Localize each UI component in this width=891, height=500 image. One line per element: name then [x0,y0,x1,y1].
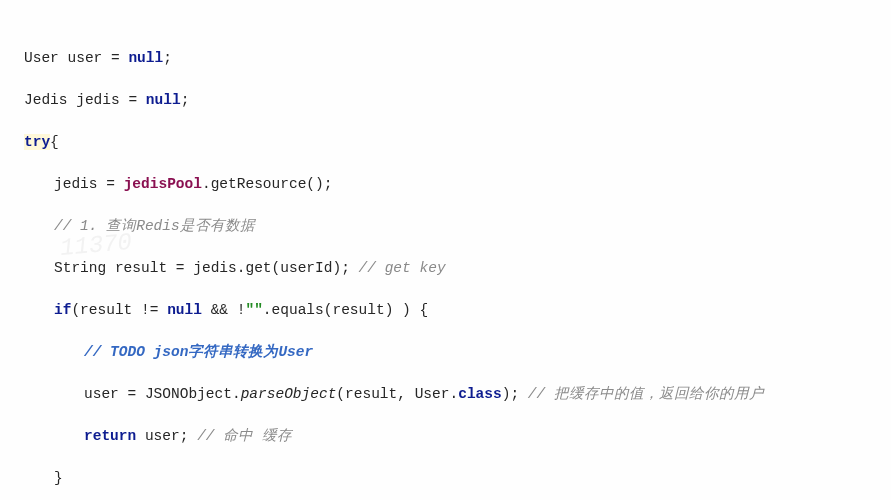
code-line: User user = null; [4,48,891,69]
code-line: } [4,468,891,489]
code-line: String result = jedis.get(userId); // ge… [4,258,891,279]
code-line: user = JSONObject.parseObject(result, Us… [4,384,891,405]
code-line: // TODO json字符串转换为User [4,342,891,363]
code-editor[interactable]: 11370 User user = null; Jedis jedis = nu… [0,0,891,500]
code-line: if(result != null && !"".equals(result) … [4,300,891,321]
code-line: Jedis jedis = null; [4,90,891,111]
code-line: try{ [4,132,891,153]
code-line: jedis = jedisPool.getResource(); [4,174,891,195]
code-line: return user; // 命中 缓存 [4,426,891,447]
code-line: // 1. 查询Redis是否有数据 [4,216,891,237]
